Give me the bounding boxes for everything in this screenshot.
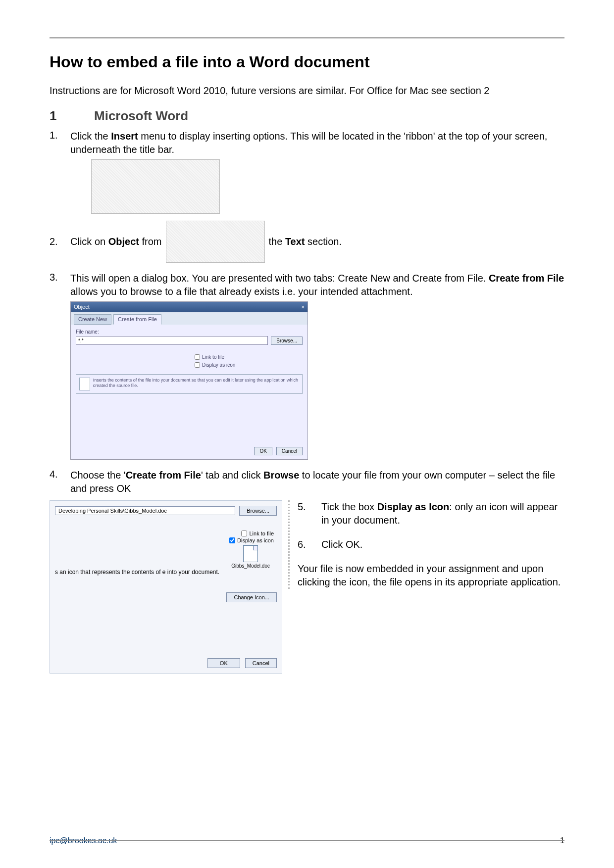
file-name-label: File name:	[76, 329, 303, 336]
file-path-field[interactable]: Developing Personal Skills\Gibbs_Model.d…	[55, 506, 235, 515]
dialog-titlebar: Object ×	[71, 302, 307, 312]
step-text: Choose the 'Create from File' tab and cl…	[70, 470, 555, 494]
dialog-title: Object	[74, 303, 90, 311]
file-icon-label: Gibbs_Model.doc	[231, 563, 270, 569]
browse-button[interactable]: Browse...	[239, 506, 277, 516]
close-icon[interactable]: ×	[302, 303, 305, 311]
section-heading: 1 Microsoft Word	[50, 108, 564, 124]
object-dialog-screenshot: Object × Create New Create from File Fil…	[70, 301, 308, 460]
closing-text: Your file is now embedded in your assign…	[298, 562, 564, 589]
step-number: 6.	[298, 538, 321, 551]
ok-button[interactable]: OK	[207, 658, 240, 668]
link-to-file-checkbox[interactable]: Link to file	[195, 354, 303, 361]
step-text: Tick the box Display as Icon: only an ic…	[321, 500, 564, 527]
cancel-button[interactable]: Cancel	[276, 447, 303, 455]
text-section-screenshot	[166, 221, 265, 263]
ok-button[interactable]: OK	[254, 447, 272, 455]
top-rule	[50, 37, 564, 39]
tab-create-from-file[interactable]: Create from File	[113, 314, 161, 325]
step-number: 3.	[50, 272, 70, 283]
page-title: How to embed a file into a Word document	[50, 53, 564, 71]
step-text: Click on Object from	[70, 235, 162, 248]
result-icon	[79, 378, 90, 390]
result-text: Inserts the contents of the file into yo…	[93, 378, 299, 388]
step-number: 1.	[50, 130, 70, 141]
page-footer: ipc@brookes.ac.uk 1	[50, 836, 564, 845]
step-text: This will open a dialog box. You are pre…	[70, 273, 564, 297]
file-name-input[interactable]	[76, 336, 268, 345]
change-icon-button[interactable]: Change Icon...	[226, 592, 277, 602]
ribbon-screenshot	[91, 159, 220, 214]
browse-button[interactable]: Browse...	[271, 337, 303, 345]
step-text: Click OK.	[321, 538, 362, 551]
cancel-button[interactable]: Cancel	[245, 658, 277, 668]
result-desc: s an icon that represents the contents o…	[55, 569, 277, 576]
step-text-tail: the Text section.	[269, 235, 342, 248]
step-number: 5.	[298, 500, 321, 527]
step-number: 2.	[50, 236, 70, 247]
link-to-file-checkbox[interactable]: Link to file	[241, 530, 274, 536]
step-5: 5. Tick the box Display as Icon: only an…	[298, 500, 564, 527]
display-as-icon-checkbox[interactable]: Display as icon	[195, 362, 303, 369]
step-1: 1. Click the Insert menu to display inse…	[50, 130, 564, 214]
step-2: 2. Click on Object from the Text section…	[50, 221, 564, 263]
display-as-icon-checkbox[interactable]: Display as icon	[229, 537, 274, 543]
result-box: Inserts the contents of the file into yo…	[76, 374, 303, 394]
create-from-file-dialog-screenshot: Developing Personal Skills\Gibbs_Model.d…	[50, 500, 282, 674]
section-number: 1	[50, 108, 94, 124]
file-icon-preview: Gibbs_Model.doc	[231, 545, 270, 569]
doc-icon	[243, 545, 258, 562]
section-title: Microsoft Word	[94, 108, 188, 124]
step-number: 4.	[50, 469, 70, 480]
step-6: 6. Click OK.	[298, 538, 564, 551]
step-3: 3. This will open a dialog box. You are …	[50, 272, 564, 460]
intro-text: Instructions are for Microsoft Word 2010…	[50, 84, 564, 97]
step-4: 4. Choose the 'Create from File' tab and…	[50, 469, 564, 495]
tab-create-new[interactable]: Create New	[74, 314, 111, 325]
step-text: Click the Insert menu to display inserti…	[70, 131, 547, 155]
